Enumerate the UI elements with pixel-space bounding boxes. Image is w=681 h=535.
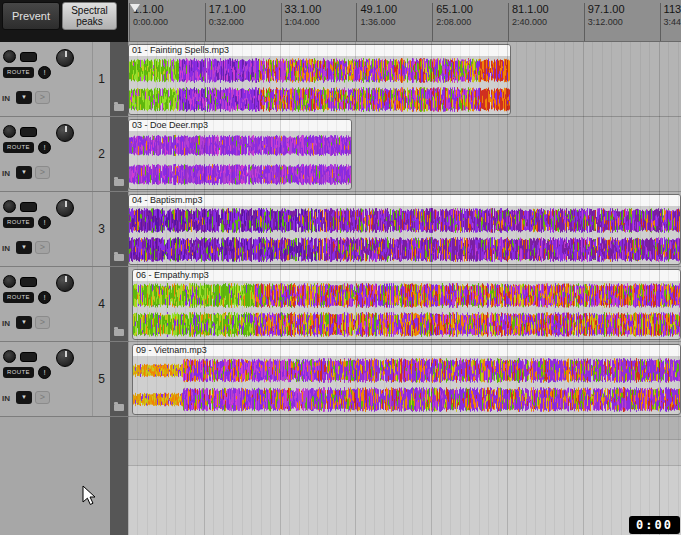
input-dropdown-button[interactable]: ▼	[16, 316, 32, 329]
input-label: IN	[2, 319, 10, 328]
track-lane[interactable]: 04 - Baptism.mp3	[128, 192, 681, 267]
route-button[interactable]: ROUTE	[3, 217, 34, 228]
tcp-grip[interactable]	[110, 342, 128, 416]
track-number[interactable]: 2	[92, 117, 110, 191]
track-control-panel[interactable]: ROUTE ! IN ▼ > 4	[0, 267, 128, 342]
track-lane[interactable]: 01 - Fainting Spells.mp3	[128, 42, 681, 117]
fx-button[interactable]: >	[35, 166, 50, 179]
ruler-bar-label: 97.1.00	[588, 3, 625, 15]
tcp-grip[interactable]	[110, 192, 128, 266]
volume-knob[interactable]	[56, 274, 74, 292]
fx-button[interactable]: >	[35, 316, 50, 329]
track-number[interactable]: 1	[92, 42, 110, 116]
record-arm-button[interactable]	[3, 350, 16, 363]
input-dropdown-button[interactable]: ▼	[16, 391, 32, 404]
record-arm-button[interactable]	[3, 275, 16, 288]
ruler-mark[interactable]: 113.1.00 3:44.000	[660, 3, 681, 42]
volume-knob[interactable]	[56, 199, 74, 217]
input-dropdown-button[interactable]: ▼	[16, 241, 32, 254]
ruler-time-label: 0:32.000	[209, 17, 246, 27]
ruler-mark[interactable]: 17.1.00 0:32.000	[205, 3, 246, 42]
prevent-button[interactable]: Prevent	[2, 2, 60, 30]
media-item[interactable]: 03 - Doe Deer.mp3	[128, 119, 352, 190]
track-number[interactable]: 4	[92, 267, 110, 341]
volume-knob[interactable]	[56, 49, 74, 67]
track-control-panel[interactable]: ROUTE ! IN ▼ > 2	[0, 117, 128, 192]
empty-lane-row[interactable]	[128, 466, 681, 535]
ruler-bar-label: 113.1.00	[664, 3, 681, 15]
fx-button[interactable]: >	[35, 91, 50, 104]
timeline-ruler[interactable]: 1.1.00 0:00.000 17.1.00 0:32.000 33.1.00…	[128, 0, 681, 42]
spectral-peaks-waveform	[129, 131, 351, 189]
input-dropdown-button[interactable]: ▼	[16, 166, 32, 179]
tcp-grip[interactable]	[110, 267, 128, 341]
tcp-controls: ROUTE ! IN ▼ >	[0, 267, 92, 341]
route-button[interactable]: ROUTE	[3, 142, 34, 153]
track-control-panel[interactable]: ROUTE ! IN ▼ > 3	[0, 192, 128, 267]
volume-knob[interactable]	[56, 124, 74, 142]
input-dropdown-button[interactable]: ▼	[16, 91, 32, 104]
route-button[interactable]: ROUTE	[3, 67, 34, 78]
route-button[interactable]: ROUTE	[3, 367, 34, 378]
track-lane[interactable]: 03 - Doe Deer.mp3	[128, 117, 681, 192]
knob-tick	[65, 351, 67, 357]
toolbar: Prevent Spectral peaks	[0, 0, 128, 42]
folder-icon[interactable]	[114, 254, 124, 261]
spectral-peaks-button[interactable]: Spectral peaks	[62, 2, 117, 30]
tcp-controls: ROUTE ! IN ▼ >	[0, 117, 92, 191]
track-number[interactable]: 5	[92, 342, 110, 416]
folder-icon[interactable]	[114, 179, 124, 186]
monitor-button[interactable]	[20, 127, 37, 137]
arrange-view[interactable]: 01 - Fainting Spells.mp3 03 - Doe Deer.m…	[128, 42, 681, 535]
media-item[interactable]: 01 - Fainting Spells.mp3	[128, 44, 511, 115]
tcp-controls: ROUTE ! IN ▼ >	[0, 342, 92, 416]
folder-icon[interactable]	[114, 404, 124, 411]
track-number[interactable]: 3	[92, 192, 110, 266]
ruler-mark[interactable]: 65.1.00 2:08.000	[432, 3, 473, 42]
empty-lane-row[interactable]	[128, 440, 681, 466]
knob-tick	[65, 51, 67, 57]
media-item[interactable]: 09 - Vietnam.mp3	[132, 344, 681, 415]
transport-time-display[interactable]: 0:00	[629, 516, 680, 534]
volume-knob[interactable]	[56, 349, 74, 367]
media-item[interactable]: 06 - Empathy.mp3	[132, 269, 681, 340]
media-item-name: 04 - Baptism.mp3	[129, 195, 680, 206]
fx-button[interactable]: >	[35, 391, 50, 404]
mute-button[interactable]: !	[38, 141, 51, 154]
monitor-button[interactable]	[20, 277, 37, 287]
ruler-mark[interactable]: 81.1.00 2:40.000	[508, 3, 549, 42]
record-arm-button[interactable]	[3, 200, 16, 213]
edit-cursor-marker[interactable]	[130, 4, 140, 12]
monitor-button[interactable]	[20, 202, 37, 212]
fx-button[interactable]: >	[35, 241, 50, 254]
media-item[interactable]: 04 - Baptism.mp3	[128, 194, 681, 265]
tcp-grip[interactable]	[110, 117, 128, 191]
track-control-panel[interactable]: ROUTE ! IN ▼ > 1	[0, 42, 128, 117]
tcp-empty-area	[0, 417, 110, 535]
record-arm-button[interactable]	[3, 50, 16, 63]
record-arm-button[interactable]	[3, 125, 16, 138]
route-button[interactable]: ROUTE	[3, 292, 34, 303]
monitor-button[interactable]	[20, 52, 37, 62]
track-lane[interactable]: 06 - Empathy.mp3	[128, 267, 681, 342]
mute-button[interactable]: !	[38, 66, 51, 79]
folder-icon[interactable]	[114, 104, 124, 111]
ruler-mark[interactable]: 33.1.00 1:04.000	[281, 3, 322, 42]
ruler-time-label: 2:08.000	[436, 17, 473, 27]
tcp-divider-strip[interactable]	[110, 417, 128, 535]
ruler-mark[interactable]: 97.1.00 3:12.000	[584, 3, 625, 42]
mute-button[interactable]: !	[38, 216, 51, 229]
input-label: IN	[2, 244, 10, 253]
mute-button[interactable]: !	[38, 291, 51, 304]
track-lane[interactable]: 09 - Vietnam.mp3	[128, 342, 681, 417]
ruler-mark[interactable]: 49.1.00 1:36.000	[356, 3, 397, 42]
monitor-button[interactable]	[20, 352, 37, 362]
track-control-panel[interactable]: ROUTE ! IN ▼ > 5	[0, 342, 128, 417]
ruler-time-label: 3:44.000	[664, 17, 681, 27]
empty-lane-row[interactable]	[128, 417, 681, 440]
ruler-time-label: 3:12.000	[588, 17, 625, 27]
tcp-grip[interactable]	[110, 42, 128, 116]
folder-icon[interactable]	[114, 329, 124, 336]
mute-button[interactable]: !	[38, 366, 51, 379]
ruler-time-label: 2:40.000	[512, 17, 549, 27]
